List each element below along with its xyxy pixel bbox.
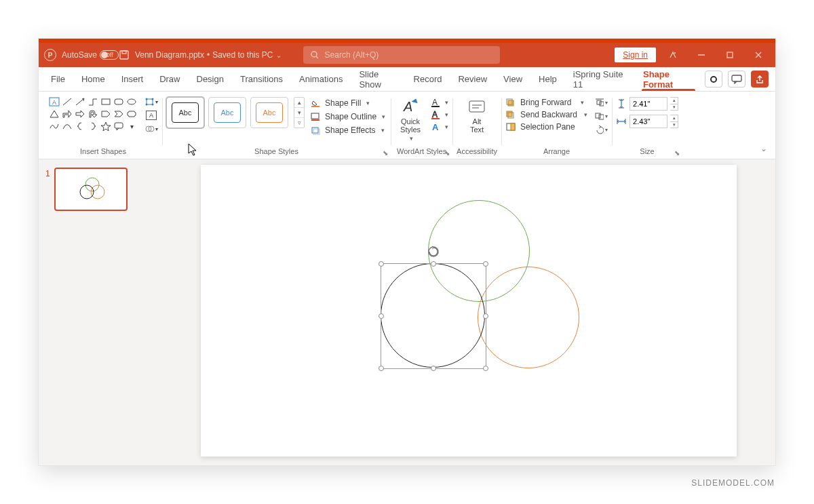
bring-forward-button[interactable]: Bring Forward ▾ — [505, 97, 587, 108]
shape-fill-button[interactable]: Shape Fill▾ — [309, 97, 387, 109]
rectangle-shape-icon[interactable] — [100, 96, 112, 108]
style-next-icon[interactable]: ▾ — [294, 107, 304, 117]
merge-shapes-button[interactable]: ▾ — [144, 123, 158, 135]
text-effects-button[interactable]: A▾ — [430, 121, 448, 132]
text-box-button[interactable]: A — [144, 109, 158, 121]
search-input[interactable]: Search (Alt+Q) — [303, 46, 500, 64]
width-field[interactable]: 2.43" ▴▾ — [616, 115, 678, 128]
resize-handle-sw[interactable] — [379, 366, 384, 371]
record-button[interactable] — [705, 71, 722, 88]
plaque-shape-icon[interactable] — [125, 108, 138, 120]
line-arrow-shape-icon[interactable] — [74, 96, 86, 108]
left-brace-shape-icon[interactable] — [74, 120, 86, 132]
tab-shape-format[interactable]: Shape Format — [635, 67, 702, 91]
textbox-shape-icon[interactable]: A — [48, 96, 60, 108]
shapes-gallery[interactable]: A — [48, 96, 138, 132]
tab-help[interactable]: Help — [530, 67, 565, 91]
pentagon-arrow-shape-icon[interactable] — [100, 108, 112, 120]
style-more-icon[interactable]: ▿ — [294, 117, 304, 128]
coming-soon-icon[interactable] — [661, 45, 684, 64]
u-turn-arrow-shape-icon[interactable] — [87, 108, 99, 120]
group-button[interactable]: ▾ — [594, 111, 608, 121]
arc-shape-icon[interactable] — [61, 120, 73, 132]
star-shape-icon[interactable] — [100, 120, 112, 132]
tab-home[interactable]: Home — [73, 67, 113, 91]
tab-ispring[interactable]: iSpring Suite 11 — [565, 67, 635, 91]
tab-review[interactable]: Review — [450, 67, 495, 91]
style-prev-icon[interactable]: ▴ — [294, 98, 304, 107]
tab-view[interactable]: View — [495, 67, 530, 91]
chevron-down-icon[interactable]: ▾ — [581, 99, 584, 106]
send-backward-button[interactable]: Send Backward ▾ — [505, 109, 587, 120]
triangle-shape-icon[interactable] — [48, 108, 60, 120]
selection-pane-button[interactable]: Selection Pane — [505, 121, 587, 132]
resize-handle-e[interactable] — [483, 313, 488, 319]
rotate-handle[interactable] — [427, 245, 440, 261]
rotate-button[interactable]: ▾ — [594, 124, 608, 135]
slide-thumbnails-panel[interactable]: 1 — [39, 159, 174, 465]
text-fill-button[interactable]: A▾ — [430, 97, 448, 108]
venn-circle-orange[interactable] — [478, 267, 579, 368]
height-input[interactable]: 2.41" — [629, 97, 667, 111]
comments-button[interactable] — [728, 71, 745, 88]
tab-insert[interactable]: Insert — [113, 67, 152, 91]
align-button[interactable]: ▾ — [594, 97, 608, 108]
freeform-shape-icon[interactable] — [48, 120, 60, 132]
slide-thumbnail-1[interactable] — [54, 168, 128, 211]
chevron-shape-icon[interactable] — [113, 108, 125, 120]
line-shape-icon[interactable] — [61, 96, 73, 108]
elbow-arrow-shape-icon[interactable] — [61, 108, 73, 120]
quick-styles-button[interactable]: A Quick Styles ▾ — [395, 96, 426, 142]
rounded-rect-shape-icon[interactable] — [113, 96, 125, 108]
chevron-down-icon[interactable]: ▾ — [382, 113, 385, 120]
save-button[interactable] — [119, 50, 130, 60]
resize-handle-n[interactable] — [431, 261, 436, 267]
tab-draw[interactable]: Draw — [151, 67, 188, 91]
chevron-down-icon[interactable]: ▾ — [445, 123, 448, 130]
text-outline-button[interactable]: A▾ — [430, 109, 448, 120]
resize-handle-w[interactable] — [379, 313, 384, 319]
shape-style-1[interactable]: Abc — [166, 97, 204, 128]
chevron-down-icon[interactable]: ⌄ — [276, 52, 282, 59]
sign-in-button[interactable]: Sign in — [615, 47, 656, 62]
width-input[interactable]: 2.43" — [629, 115, 667, 128]
thumbnail-row[interactable]: 1 — [45, 168, 168, 211]
shape-effects-button[interactable]: Shape Effects▾ — [309, 124, 387, 136]
tab-file[interactable]: File — [43, 67, 73, 91]
edit-shape-button[interactable]: ▾ — [144, 96, 158, 108]
callout-shape-icon[interactable] — [113, 120, 125, 132]
connector-shape-icon[interactable] — [87, 96, 99, 108]
chevron-down-icon[interactable]: ▾ — [445, 111, 448, 118]
right-arrow-shape-icon[interactable] — [74, 108, 86, 120]
autosave-toggle[interactable]: AutoSave Off — [62, 50, 113, 60]
alt-text-button[interactable]: Alt Text — [461, 96, 492, 134]
tab-animations[interactable]: Animations — [291, 67, 351, 91]
tab-transitions[interactable]: Transitions — [232, 67, 291, 91]
launcher-icon[interactable]: ⬊ — [674, 149, 680, 157]
selection-bounding-box[interactable] — [381, 263, 486, 369]
chevron-down-icon[interactable]: ▾ — [366, 100, 370, 106]
maximize-button[interactable] — [718, 45, 741, 64]
shape-style-3[interactable]: Abc — [250, 97, 288, 128]
tab-design[interactable]: Design — [189, 67, 232, 91]
minimize-button[interactable] — [690, 45, 713, 64]
share-button[interactable] — [751, 71, 769, 88]
right-brace-shape-icon[interactable] — [87, 120, 99, 132]
launcher-icon[interactable]: ⬊ — [444, 149, 450, 157]
shape-outline-button[interactable]: Shape Outline▾ — [309, 111, 387, 123]
width-spinner[interactable]: ▴▾ — [670, 115, 678, 128]
height-field[interactable]: 2.41" ▴▾ — [616, 97, 678, 111]
slide-canvas-area[interactable] — [174, 159, 775, 465]
chevron-down-icon[interactable]: ▾ — [381, 127, 385, 134]
launcher-icon[interactable]: ⬊ — [383, 149, 388, 157]
more-shapes-icon[interactable]: ▾ — [125, 120, 138, 132]
shape-style-2[interactable]: Abc — [208, 97, 246, 128]
height-spinner[interactable]: ▴▾ — [670, 97, 678, 111]
resize-handle-se[interactable] — [483, 366, 488, 371]
tab-record[interactable]: Record — [406, 67, 450, 91]
close-button[interactable] — [747, 45, 770, 64]
chevron-down-icon[interactable]: ▾ — [584, 111, 587, 118]
resize-handle-ne[interactable] — [483, 261, 488, 267]
shape-style-gallery-nav[interactable]: ▴ ▾ ▿ — [294, 97, 305, 128]
chevron-down-icon[interactable]: ▾ — [445, 99, 448, 106]
